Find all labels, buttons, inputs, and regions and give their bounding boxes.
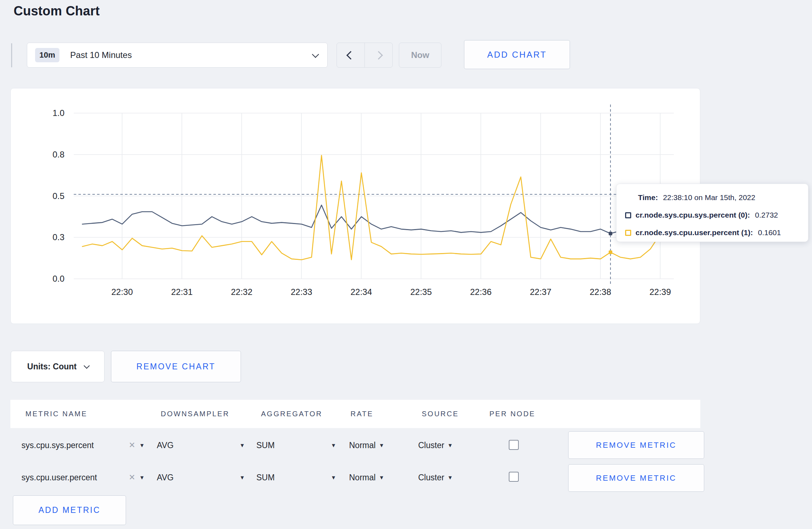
column-header-per-node: PER NODE: [489, 400, 535, 428]
caret-down-icon: ▾: [332, 442, 335, 448]
source-value: Cluster: [418, 473, 444, 482]
add-metric-button[interactable]: ADD METRIC: [13, 495, 126, 525]
rate-dropdown[interactable]: Normal ▾: [349, 470, 383, 485]
metric-name-dropdown[interactable]: sys.cpu.user.percent ✕ ▾: [21, 470, 144, 485]
aggregator-dropdown[interactable]: SUM ▾: [256, 437, 335, 453]
column-header-aggregator: AGGREGATOR: [261, 400, 323, 428]
caret-down-icon: ▾: [241, 474, 244, 481]
time-range-badge: 10m: [35, 48, 59, 62]
y-axis-tick-label: 0.8: [53, 150, 64, 159]
time-range-label: Past 10 Minutes: [70, 50, 312, 60]
units-label: Units: Count: [27, 362, 77, 372]
column-header-rate: RATE: [351, 400, 373, 428]
aggregator-value: SUM: [256, 473, 275, 482]
time-forward-button[interactable]: [365, 43, 392, 67]
remove-metric-x-icon[interactable]: ✕: [129, 473, 135, 482]
caret-down-icon: ▾: [449, 442, 452, 448]
caret-down-icon: ▾: [449, 474, 452, 481]
tooltip-series-sys-value: 0.2732: [755, 211, 778, 219]
units-dropdown[interactable]: Units: Count: [11, 351, 105, 382]
x-axis-tick-label: 22:34: [351, 287, 372, 297]
downsampler-value: AVG: [157, 441, 174, 450]
metric-row-user: sys.cpu.user.percent ✕ ▾ AVG ▾ SUM ▾ Nor…: [10, 470, 700, 485]
metric-name-value: sys.cpu.user.percent: [21, 473, 126, 482]
tooltip-series-user-label: cr.node.sys.cpu.user.percent (1):: [635, 228, 753, 237]
chart-tooltip: Time: 22:38:10 on Mar 15th, 2022 cr.node…: [616, 184, 808, 242]
x-axis-tick-label: 22:33: [291, 287, 312, 297]
caret-down-icon[interactable]: ▾: [140, 442, 144, 448]
remove-metric-button[interactable]: REMOVE METRIC: [568, 464, 704, 492]
caret-down-icon: ▾: [380, 474, 383, 481]
x-axis-tick-label: 22:38: [590, 287, 611, 297]
per-node-checkbox[interactable]: [509, 472, 519, 482]
series-line-user: [82, 155, 670, 260]
tooltip-time-value: 22:38:10 on Mar 15th, 2022: [663, 193, 755, 202]
now-button[interactable]: Now: [399, 43, 441, 68]
y-axis-tick-label: 0.5: [53, 191, 64, 201]
x-axis-tick-label: 22:30: [111, 287, 133, 297]
page-title: Custom Chart: [14, 4, 100, 19]
chevron-left-icon: [346, 51, 355, 59]
remove-chart-button[interactable]: REMOVE CHART: [111, 351, 241, 382]
aggregator-value: SUM: [256, 441, 275, 450]
metrics-line-chart[interactable]: 0.00.30.50.81.022:3022:3122:3222:3322:34…: [11, 88, 700, 324]
series-user-swatch-icon: [625, 230, 631, 236]
column-header-source: SOURCE: [422, 400, 459, 428]
x-axis-tick-label: 22:37: [530, 287, 551, 297]
crosshair-point-sys: [609, 232, 612, 236]
crosshair-point-user: [609, 251, 612, 254]
source-value: Cluster: [418, 441, 444, 450]
rate-dropdown[interactable]: Normal ▾: [349, 437, 383, 453]
rate-value: Normal: [349, 441, 376, 450]
column-header-downsampler: DOWNSAMPLER: [161, 400, 229, 428]
x-axis-tick-label: 22:39: [649, 287, 671, 297]
series-sys-swatch-icon: [625, 212, 631, 218]
tooltip-series-user-value: 0.1601: [758, 228, 781, 237]
caret-down-icon: ▾: [241, 442, 244, 448]
per-node-checkbox[interactable]: [509, 440, 519, 450]
remove-metric-button[interactable]: REMOVE METRIC: [568, 431, 704, 459]
series-line-sys: [82, 205, 670, 234]
metric-row-sys: sys.cpu.sys.percent ✕ ▾ AVG ▾ SUM ▾ Norm…: [10, 437, 700, 453]
metric-name-dropdown[interactable]: sys.cpu.sys.percent ✕ ▾: [21, 437, 144, 453]
toolbar-divider: [11, 43, 12, 67]
downsampler-dropdown[interactable]: AVG ▾: [157, 437, 244, 453]
time-nav-group: [337, 43, 393, 68]
time-back-button[interactable]: [337, 43, 365, 67]
chevron-down-icon: [84, 363, 90, 369]
y-axis-tick-label: 0.3: [53, 232, 64, 242]
time-range-dropdown[interactable]: 10m Past 10 Minutes: [27, 43, 328, 68]
downsampler-value: AVG: [157, 473, 174, 482]
remove-metric-x-icon[interactable]: ✕: [129, 441, 135, 450]
y-axis-tick-label: 0.0: [53, 274, 64, 283]
source-dropdown[interactable]: Cluster ▾: [418, 437, 452, 453]
tooltip-series-sys-label: cr.node.sys.cpu.sys.percent (0):: [635, 211, 750, 219]
rate-value: Normal: [349, 473, 376, 482]
caret-down-icon[interactable]: ▾: [140, 474, 144, 481]
y-axis-tick-label: 1.0: [53, 108, 64, 118]
aggregator-dropdown[interactable]: SUM ▾: [256, 470, 335, 485]
x-axis-tick-label: 22:35: [410, 287, 432, 297]
chart-card: 0.00.30.50.81.022:3022:3122:3222:3322:34…: [10, 88, 700, 324]
caret-down-icon: ▾: [332, 474, 335, 481]
x-axis-tick-label: 22:36: [470, 287, 492, 297]
source-dropdown[interactable]: Cluster ▾: [418, 470, 452, 485]
metric-name-value: sys.cpu.sys.percent: [21, 441, 126, 450]
caret-down-icon: ▾: [380, 442, 383, 448]
x-axis-tick-label: 22:32: [231, 287, 252, 297]
tooltip-time-label: Time:: [638, 193, 658, 202]
chevron-down-icon: [312, 51, 319, 58]
metrics-table-header: METRIC NAME DOWNSAMPLER AGGREGATOR RATE …: [10, 400, 700, 428]
chevron-right-icon: [374, 51, 383, 59]
x-axis-tick-label: 22:31: [171, 287, 193, 297]
add-chart-button[interactable]: ADD CHART: [464, 40, 570, 69]
downsampler-dropdown[interactable]: AVG ▾: [157, 470, 244, 485]
column-header-metric-name: METRIC NAME: [25, 400, 87, 428]
